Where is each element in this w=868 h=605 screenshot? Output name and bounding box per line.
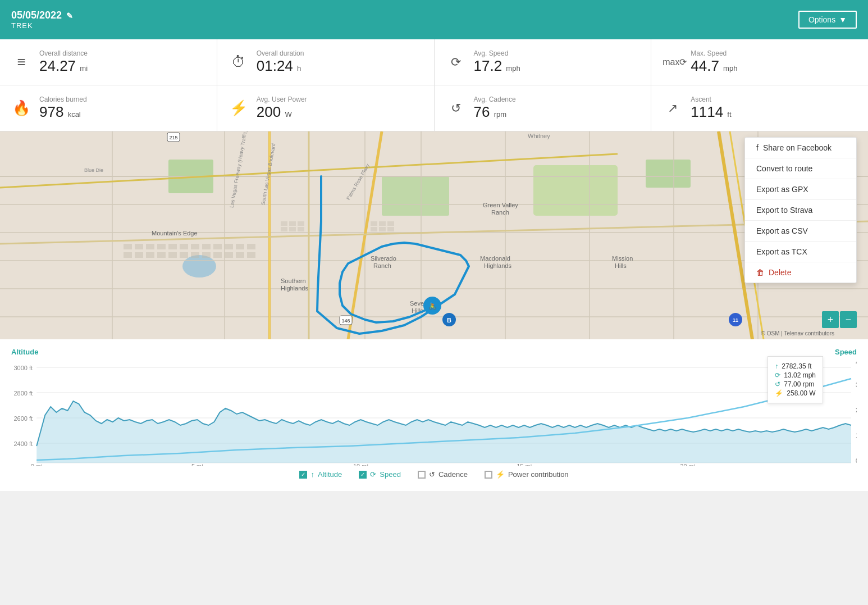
svg-rect-4 [646,160,691,188]
speed-chart-title: Speed [835,348,857,356]
tooltip-cadence-row: ↺ 77.00 rpm [775,380,816,388]
svg-rect-43 [180,252,188,258]
dropdown-item-export-csv[interactable]: Export as CSV [745,221,856,242]
speed-icon-legend: ⟳ [370,470,376,479]
svg-text:Ranch: Ranch [373,262,391,269]
svg-text:11: 11 [733,317,738,323]
calories-label: Calories burned [39,95,87,103]
altitude-icon-legend: ↑ [310,470,314,479]
svg-rect-28 [146,244,154,249]
svg-rect-52 [298,221,304,226]
tooltip-speed-row: ⟳ 13.02 mph [775,371,816,379]
tooltip-power-icon: ⚡ [775,389,783,397]
svg-point-5 [182,255,216,278]
map-svg: Mountain's Edge Southern Highlands Silve… [0,131,868,339]
altitude-checkbox[interactable]: ✓ [299,471,307,479]
svg-text:Whitney: Whitney [528,133,550,139]
duration-value: 01:24 h [257,57,304,75]
dropdown-item-delete[interactable]: 🗑 Delete [745,262,856,283]
svg-text:Highlands: Highlands [484,262,511,269]
svg-rect-35 [225,244,233,249]
svg-text:15 mi: 15 mi [517,463,532,466]
svg-rect-45 [202,252,211,258]
max-speed-icon: max⟳ [663,57,683,67]
ascent-icon: ↗ [663,101,683,116]
cadence-icon: ↺ [446,101,466,116]
cadence-checkbox[interactable] [418,471,426,479]
zoom-in-button[interactable]: + [822,311,839,328]
speed-checkbox[interactable]: ✓ [359,471,367,479]
duration-label: Overall duration [257,49,304,57]
svg-text:Blue Die: Blue Die [84,167,103,173]
calories-value: 978 kcal [39,103,87,121]
dropdown-item-convert-route[interactable]: Convert to route [745,158,856,179]
power-checkbox[interactable] [485,471,492,479]
legend-speed[interactable]: ✓ ⟳ Speed [359,470,401,479]
svg-text:2800 ft: 2800 ft [13,390,33,397]
ascent-value: 1114 ft [691,103,731,121]
svg-text:10 mph: 10 mph [856,432,857,439]
dropdown-item-export-tcx[interactable]: Export as TCX [745,242,856,262]
options-button[interactable]: Options ▼ [798,11,857,29]
tooltip-power-row: ⚡ 258.00 W [775,389,816,397]
svg-rect-51 [289,221,296,226]
svg-rect-39 [135,252,143,258]
svg-text:🚴: 🚴 [428,302,437,310]
svg-rect-40 [146,252,154,258]
svg-text:5 mi: 5 mi [191,463,203,466]
svg-text:Highlands: Highlands [281,285,308,292]
chart-area[interactable]: 3000 ft 2800 ft 2600 ft 2400 ft 40 mph 3… [11,359,857,466]
map-attribution: © OSM | Telenav contributors [761,330,834,336]
stats-panel: ≡ Overall distance 24.27 mi ⏱ Overall du… [0,39,868,131]
svg-rect-48 [236,252,244,258]
chevron-down-icon: ▼ [839,15,847,24]
distance-value: 24.27 mi [39,57,88,75]
svg-text:215: 215 [169,135,177,140]
avg-speed-value: 17.2 mph [474,57,520,75]
speed-legend-label: Speed [380,470,401,479]
chart-header: Altitude Speed [11,348,857,356]
svg-rect-3 [533,165,618,216]
legend-cadence[interactable]: ↺ Cadence [418,470,468,479]
max-speed-value: 44.7 mph [691,57,737,75]
facebook-icon: f [756,143,759,152]
power-legend-label: Power contribution [508,470,569,479]
legend-power[interactable]: ⚡ Power contribution [485,470,569,479]
dropdown-item-export-gpx[interactable]: Export as GPX [745,179,856,200]
ascent-label: Ascent [691,95,731,103]
activity-date: 05/05/2022 ✎ [11,10,73,21]
svg-rect-44 [191,252,199,258]
map-zoom-controls: + − [822,311,857,328]
svg-rect-41 [157,252,166,258]
edit-icon[interactable]: ✎ [66,11,73,20]
svg-rect-58 [387,221,394,226]
svg-text:Silverado: Silverado [371,255,396,262]
dropdown-item-facebook[interactable]: f Share on Facebook [745,138,856,158]
chart-svg: 3000 ft 2800 ft 2600 ft 2400 ft 40 mph 3… [11,359,857,466]
activity-title: 05/05/2022 ✎ TREK [11,10,73,30]
svg-rect-34 [213,244,222,249]
svg-text:Mountain's Edge: Mountain's Edge [152,230,198,236]
cadence-legend-label: Cadence [438,470,468,479]
svg-rect-49 [247,252,255,258]
svg-rect-36 [236,244,244,249]
svg-text:0 mph: 0 mph [856,457,857,464]
map-area[interactable]: Mountain's Edge Southern Highlands Silve… [0,131,868,339]
power-icon: ⚡ [229,99,249,117]
stat-max-speed: max⟳ Max. Speed 44.7 mph [651,39,868,85]
svg-text:2400 ft: 2400 ft [13,440,33,447]
legend-altitude[interactable]: ✓ ↑ Altitude [299,470,342,479]
chart-legend: ✓ ↑ Altitude ✓ ⟳ Speed ↺ Cadence ⚡ Power… [11,470,857,479]
stats-row-1: ≡ Overall distance 24.27 mi ⏱ Overall du… [0,39,868,85]
svg-text:Macdonald: Macdonald [480,255,510,262]
power-icon-legend: ⚡ [496,470,505,479]
svg-rect-50 [281,221,287,226]
cadence-icon-legend: ↺ [429,470,435,479]
dropdown-item-export-strava[interactable]: Export to Strava [745,200,856,221]
zoom-out-button[interactable]: − [840,311,857,328]
svg-rect-59 [371,227,377,231]
stat-calories: 🔥 Calories burned 978 kcal [0,85,217,131]
svg-rect-47 [225,252,233,258]
svg-rect-38 [124,252,132,258]
svg-rect-2 [382,176,449,216]
